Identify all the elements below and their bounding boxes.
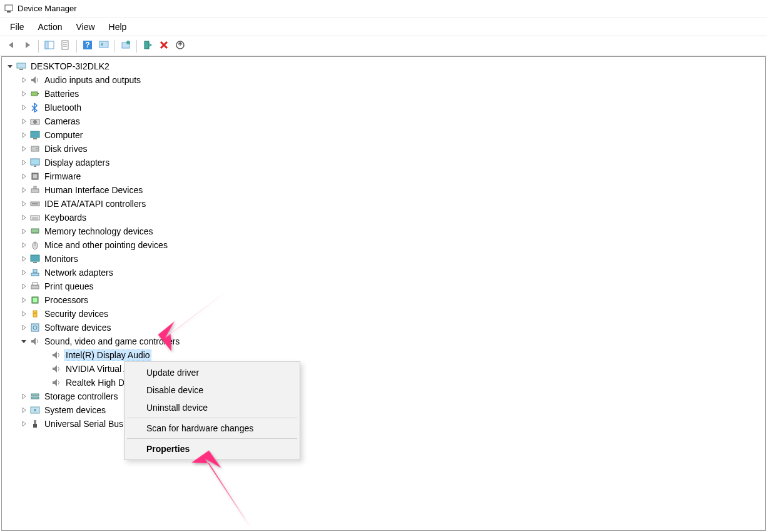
expander-icon[interactable] [19,213,28,222]
tree-item-label: Mice and other pointing devices [43,239,169,251]
context-update-driver[interactable]: Update driver [126,364,298,381]
tree-category-storage-controllers[interactable]: Storage controllers [2,389,765,403]
tree-item-label: IDE ATA/ATAPI controllers [43,198,147,209]
tree-category-universal-serial-bus-controllers[interactable]: Universal Serial Bus controllers [2,417,765,431]
svg-point-24 [36,148,38,149]
back-icon [6,40,16,52]
expander-icon[interactable] [19,419,28,428]
tree-category-firmware[interactable]: Firmware [2,169,765,183]
tree-category-display-adapters[interactable]: Display adapters [2,156,765,169]
tree-item-label: Security devices [43,308,109,319]
tree-item-label: Print queues [43,281,95,292]
svg-rect-18 [38,93,39,94]
scan-hardware-button[interactable] [96,39,111,54]
tree-category-print-queues[interactable]: Print queues [2,279,765,293]
tree-category-system-devices[interactable]: System devices [2,403,765,417]
tree-category-software-devices[interactable]: Software devices [2,321,765,334]
tree-device[interactable]: NVIDIA Virtual Audio Device (Wave Extens… [2,362,765,376]
expander-icon[interactable] [19,323,28,332]
expander-icon[interactable] [19,103,28,112]
properties-icon [61,40,71,52]
expander-icon[interactable] [19,227,28,236]
title-bar: Device Manager [0,0,767,18]
tree-category-network-adapters[interactable]: Network adapters [2,266,765,279]
update-driver-button[interactable] [118,39,133,54]
tree-category-batteries[interactable]: Batteries [2,87,765,101]
help-button[interactable]: ? [80,39,95,54]
context-disable-device[interactable]: Disable device [126,381,298,399]
expander-icon[interactable] [19,199,28,208]
expander-icon[interactable] [19,282,28,291]
tree-category-security-devices[interactable]: Security devices [2,307,765,321]
tree-category-processors[interactable]: Processors [2,293,765,307]
expander-icon[interactable] [19,76,28,84]
expander-icon[interactable] [19,172,28,181]
add-legacy-hardware-button[interactable] [173,39,188,54]
enable-device-button[interactable] [140,39,155,54]
context-scan-hardware[interactable]: Scan for hardware changes [126,419,298,437]
expander-icon[interactable] [19,117,28,126]
menu-file[interactable]: File [4,19,31,34]
tree-item-label: Human Interface Devices [43,184,144,196]
monitor-icon [29,253,41,264]
expander-icon[interactable] [19,406,28,414]
context-properties[interactable]: Properties [126,440,298,458]
expander-icon[interactable] [19,296,28,304]
expander-icon[interactable] [19,186,28,194]
tree-category-human-interface-devices[interactable]: Human Interface Devices [2,183,765,197]
ide-icon [29,198,41,209]
tree-item-label: Computer [43,129,84,141]
tree-category-sound-video-and-game-controllers[interactable]: Sound, video and game controllers [2,334,765,348]
expander-icon[interactable] [19,337,28,346]
tree-category-mice-and-other-pointing-devices[interactable]: Mice and other pointing devices [2,238,765,252]
keyboard-icon [29,212,41,223]
tree-category-memory-technology-devices[interactable]: Memory technology devices [2,224,765,238]
expander-icon[interactable] [6,62,14,71]
monitor-icon [29,129,41,141]
menu-help[interactable]: Help [103,19,133,34]
tree-device[interactable]: Realtek High Definition Audio [2,376,765,389]
tree-category-bluetooth[interactable]: Bluetooth [2,101,765,114]
expander-icon[interactable] [19,241,28,249]
expander-icon[interactable] [19,254,28,263]
forward-button[interactable] [20,39,35,54]
context-uninstall-device[interactable]: Uninstall device [126,399,298,416]
tree-category-disk-drives[interactable]: Disk drives [2,142,765,156]
expander-icon[interactable] [19,144,28,153]
tree-category-cameras[interactable]: Cameras [2,114,765,128]
svg-rect-26 [34,166,36,167]
tree-device[interactable]: Intel(R) Display Audio [2,348,765,362]
expander-icon[interactable] [19,309,28,318]
device-tree-pane[interactable]: DESKTOP-3I2DLK2Audio inputs and outputsB… [1,56,766,531]
software-icon [29,322,41,333]
tree-category-monitors[interactable]: Monitors [2,252,765,266]
speaker-icon [51,349,62,361]
expander-icon[interactable] [19,89,28,98]
svg-point-49 [34,313,36,314]
tree-item-label: Software devices [43,322,113,333]
back-button[interactable] [4,39,19,54]
separator [76,40,77,53]
scan-hardware-icon [99,40,109,52]
speaker-icon [29,336,41,347]
svg-rect-21 [31,131,39,138]
menu-view[interactable]: View [69,19,101,34]
svg-rect-42 [31,273,39,276]
properties-button[interactable] [58,39,73,54]
tree-category-ide-ata-atapi-controllers[interactable]: IDE ATA/ATAPI controllers [2,197,765,211]
tree-category-keyboards[interactable]: Keyboards [2,211,765,224]
uninstall-device-icon [159,40,169,52]
tree-category-audio-inputs-and-outputs[interactable]: Audio inputs and outputs [2,73,765,87]
tree-root[interactable]: DESKTOP-3I2DLK2 [2,59,765,73]
expander-icon[interactable] [19,131,28,139]
forward-icon [23,40,33,52]
expander-icon[interactable] [19,158,28,167]
separator [136,40,137,53]
svg-rect-25 [31,159,39,165]
expander-icon[interactable] [19,392,28,401]
uninstall-device-button[interactable] [156,39,171,54]
show-hide-console-tree-button[interactable] [42,39,57,54]
tree-category-computer[interactable]: Computer [2,128,765,142]
menu-action[interactable]: Action [32,19,69,34]
expander-icon[interactable] [19,268,28,277]
